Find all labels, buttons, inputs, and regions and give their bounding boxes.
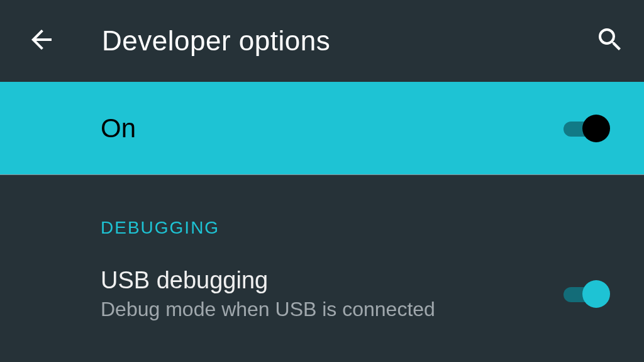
back-button[interactable] xyxy=(26,26,57,56)
setting-title: USB debugging xyxy=(101,267,564,294)
search-button[interactable] xyxy=(595,26,625,56)
setting-text: USB debugging Debug mode when USB is con… xyxy=(101,267,564,321)
switch-thumb xyxy=(582,115,610,142)
setting-row-usb-debugging[interactable]: USB debugging Debug mode when USB is con… xyxy=(0,238,644,321)
switch-thumb xyxy=(582,280,610,308)
app-bar: Developer options xyxy=(0,0,644,82)
master-switch[interactable] xyxy=(564,113,614,144)
usb-debugging-switch[interactable] xyxy=(564,278,614,310)
section-header-debugging: Debugging xyxy=(0,175,644,238)
setting-subtitle: Debug mode when USB is connected xyxy=(101,298,564,321)
arrow-left-icon xyxy=(26,25,57,57)
master-toggle-row[interactable]: On xyxy=(0,82,644,175)
search-icon xyxy=(595,25,625,57)
master-toggle-label: On xyxy=(101,113,136,144)
page-title: Developer options xyxy=(102,25,330,57)
